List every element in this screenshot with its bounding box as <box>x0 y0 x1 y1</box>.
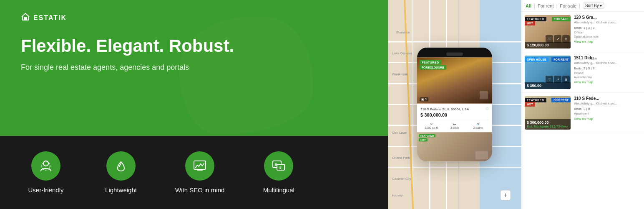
listing-1-view-more[interactable]: View on map <box>574 40 641 43</box>
listing-3-title[interactable]: 310 S Fede... <box>574 96 641 101</box>
listing-1-type: Office <box>574 31 641 34</box>
green-hero-section: ESTATIK Flexible. Elegant. Robust. For s… <box>0 0 388 136</box>
listing-2-view-more[interactable]: View on map <box>574 80 641 84</box>
phone-mockup: FEATURED FORECLOSURE ▣ 5 310 S Federal S… <box>417 48 492 162</box>
left-section: ESTATIK Flexible. Elegant. Robust. For s… <box>0 0 388 209</box>
svg-text:Orland Park: Orland Park <box>392 156 410 160</box>
multilingual-icon-circle: A 文 <box>264 151 293 181</box>
seo-label: With SEO in mind <box>175 186 224 194</box>
listing-2-wishlist[interactable]: ♡ <box>546 76 553 83</box>
listing-1-wishlist[interactable]: ♡ <box>546 35 553 43</box>
svg-text:Evanston: Evanston <box>396 31 410 34</box>
listing-1-thumbnail: FEATURED FOR SALE HOT $ 120,000.00 ♡ ↗ ⊞ <box>525 15 571 48</box>
listing-2-actions: ♡ ↗ ⊞ <box>546 76 570 83</box>
hero-title: Flexible. Elegant. Robust. <box>21 36 367 56</box>
svg-text:Harvey: Harvey <box>392 194 402 197</box>
svg-rect-0 <box>24 18 27 20</box>
listing-3-desc: Absolutely g... Kitchen spac... <box>574 102 641 106</box>
listing-1-desc: Absolutely g... Kitchen spac... <box>574 20 641 25</box>
svg-text:Calumet City: Calumet City <box>392 177 411 181</box>
listing-1-meta: Beds: 3 | 3 | 8 <box>574 26 641 30</box>
listing-2-type: House <box>574 71 641 75</box>
listing-3-info: 310 S Fede... Absolutely g... Kitchen sp… <box>574 96 641 130</box>
phone-address: 310 S Federal St, IL 60604, USA ♡ <box>420 107 489 111</box>
phone-bottom-hot-tag: HOT <box>419 138 428 142</box>
user-friendly-icon <box>38 158 53 173</box>
listing-1-compare[interactable]: ⊞ <box>562 35 570 43</box>
filter-all[interactable]: All <box>526 3 531 8</box>
listing-1-title[interactable]: 120 S Gra... <box>574 15 641 20</box>
features-bar: User-friendly Lightweight <box>0 136 388 209</box>
listing-1-info: 120 S Gra... Absolutely g... Kitchen spa… <box>574 15 641 48</box>
listing-2-share[interactable]: ↗ <box>554 76 561 83</box>
phone-content: FEATURED FORECLOSURE ▣ 5 310 S Federal S… <box>417 58 492 162</box>
phone-bottom-listing: FEATURED HOT <box>417 133 492 162</box>
listing-1-price: $ 120,000.00 <box>525 42 571 48</box>
listing-2-meta: Beds: 3 | 3 | 8 <box>574 66 641 70</box>
svg-point-1 <box>43 161 48 166</box>
phone-bottom-featured-tag: FEATURED <box>419 134 435 138</box>
user-friendly-label: User-friendly <box>28 186 63 194</box>
phone-stats: ✕ 1000 sq ft 🛏 3 beds 🚿 2 baths <box>420 122 489 129</box>
listing-2-price-note: Available now <box>574 76 641 79</box>
phone-area-stat: ✕ 1000 sq ft <box>420 122 442 129</box>
map-background: Evanston Lake Geneva Waukegan Chicago Oa… <box>388 0 521 209</box>
svg-text:+: + <box>503 191 507 199</box>
listing-2-openhouse-badge: OPEN HOUSE <box>525 57 548 62</box>
listing-1-sale-badge: FOR SALE <box>552 17 571 21</box>
svg-text:Waukegan: Waukegan <box>392 72 408 76</box>
main-container: ESTATIK Flexible. Elegant. Robust. For s… <box>0 0 644 209</box>
listing-2-compare[interactable]: ⊞ <box>562 76 570 83</box>
phone-beds-stat: 🛏 3 beds <box>444 122 465 129</box>
svg-text:文: 文 <box>279 166 282 170</box>
lightweight-label: Lightweight <box>105 186 137 194</box>
listing-1-price-note: Optional price note <box>574 35 641 38</box>
listing-1-actions: ♡ ↗ ⊞ <box>546 35 570 43</box>
hero-subtitle: For single real estate agents, agencies … <box>21 63 367 72</box>
phone-foreclosure-tag: FORECLOSURE <box>420 65 446 70</box>
listing-3-type: Apartment <box>574 112 641 115</box>
listing-3-meta: Beds: 3 | 8 <box>574 107 641 111</box>
middle-map-section: Evanston Lake Geneva Waukegan Chicago Oa… <box>388 0 521 209</box>
feature-user-friendly: User-friendly <box>25 151 67 194</box>
listing-1-share[interactable]: ↗ <box>554 35 561 43</box>
phone-listing-image: FEATURED FORECLOSURE ▣ 5 <box>417 58 492 104</box>
multilingual-icon: A 文 <box>271 158 286 173</box>
listing-3-view-more[interactable]: View on map <box>574 117 641 121</box>
listing-2-title[interactable]: 1511 Ridg... <box>574 56 641 60</box>
listing-2-rent-badge: FOR RENT <box>551 57 571 62</box>
listings-filter-header: All | For rent | For sale | Sort By ▾ <box>521 0 644 12</box>
seo-icon-circle <box>185 151 214 181</box>
listing-card-2: OPEN HOUSE FOR RENT $ 350.00 ♡ ↗ ⊞ 1511 … <box>521 52 644 93</box>
multilingual-label: Multilingual <box>263 186 294 194</box>
listing-3-price: $ 300,000.00 Est. Mortgage $12,754/mo <box>525 119 571 130</box>
filter-for-rent[interactable]: For rent <box>538 3 554 8</box>
logo-icon <box>21 13 30 23</box>
lightweight-icon-circle <box>106 151 136 181</box>
listing-2-price: $ 350.00 <box>525 82 571 89</box>
phone-price: $ 300,000.00 <box>420 112 489 117</box>
listing-card-1: FEATURED FOR SALE HOT $ 120,000.00 ♡ ↗ ⊞… <box>521 12 644 52</box>
listings-list: FEATURED FOR SALE HOT $ 120,000.00 ♡ ↗ ⊞… <box>521 12 644 209</box>
svg-text:Oak Lawn: Oak Lawn <box>392 131 407 135</box>
phone-featured-tag: FEATURED <box>420 60 441 65</box>
sort-by-button[interactable]: Sort By ▾ <box>583 3 604 9</box>
hero-content: Flexible. Elegant. Robust. For single re… <box>21 36 367 123</box>
listing-2-info: 1511 Ridg... Absolutely g... Kitchen spa… <box>574 56 641 89</box>
phone-divider <box>420 120 489 120</box>
phone-baths-stat: 🚿 2 baths <box>467 122 489 129</box>
phone-notch <box>417 48 492 58</box>
svg-text:Lake Geneva: Lake Geneva <box>392 51 412 55</box>
logo-area: ESTATIK <box>21 13 367 23</box>
listing-2-thumbnail: OPEN HOUSE FOR RENT $ 350.00 ♡ ↗ ⊞ <box>525 56 571 89</box>
right-listings-section: All | For rent | For sale | Sort By ▾ FE… <box>521 0 644 209</box>
listing-1-hot-badge: HOT <box>525 21 535 25</box>
user-friendly-icon-circle <box>31 151 60 181</box>
listing-3-thumbnail: FEATURED FOR RENT HOT $ 300,000.00 Est. … <box>525 96 571 130</box>
listing-2-desc: Absolutely g... Kitchen spac... <box>574 61 641 65</box>
feature-lightweight: Lightweight <box>100 151 142 194</box>
filter-for-sale[interactable]: For sale <box>560 3 576 8</box>
feature-seo: With SEO in mind <box>175 151 224 194</box>
lightweight-icon <box>113 158 128 173</box>
listing-3-rent-badge: FOR RENT <box>551 98 571 102</box>
